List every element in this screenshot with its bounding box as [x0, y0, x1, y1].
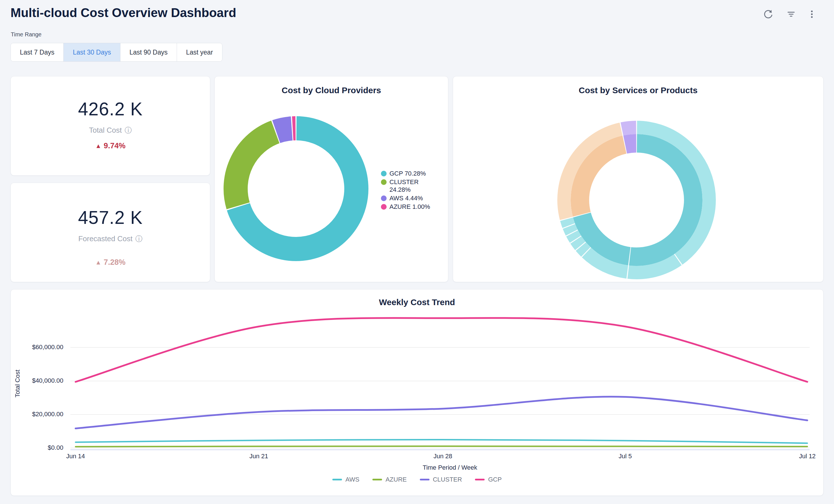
providers-legend: GCP 70.28% CLUSTER 24.28% AWS 4.44% AZUR… [381, 170, 435, 211]
sunburst-outer-services-segment-7[interactable] [567, 219, 569, 225]
trend-line-aws[interactable] [75, 439, 807, 443]
total-cost-label: Total Cost [89, 126, 122, 135]
gcp-legend-dot [381, 171, 387, 176]
weekly-cost-trend-card: Weekly Cost Trend $0.00 $20,000.00 $40,0… [10, 289, 824, 496]
gcp-line-swatch [475, 479, 485, 480]
azure-line-swatch [372, 479, 382, 480]
forecasted-cost-label: Forecasted Cost [79, 234, 133, 243]
kebab-menu-icon[interactable] [806, 8, 817, 20]
sunburst-inner-providers-segment-0[interactable] [630, 144, 694, 257]
services-sunburst-chart[interactable] [453, 76, 824, 282]
xtick-jul-5: Jul 5 [605, 453, 645, 460]
delta-up-icon: ▲ [95, 259, 102, 266]
page-title: Multi-cloud Cost Overview Dashboard [10, 6, 236, 20]
cost-by-services-card: Cost by Services or Products [453, 76, 824, 282]
sunburst-outer-services-segment-5[interactable] [572, 233, 575, 239]
donut-segment-aws[interactable] [276, 128, 292, 132]
info-icon[interactable]: ⓘ [125, 127, 132, 134]
sunburst-outer-services-segment-3[interactable] [581, 247, 586, 252]
refresh-icon[interactable] [763, 8, 774, 20]
time-range-segmented-control: Last 7 Days Last 30 Days Last 90 Days La… [10, 43, 222, 62]
trend-line-gcp[interactable] [75, 318, 807, 382]
legend-item-aws[interactable]: AWS 4.44% [381, 194, 435, 202]
trend-legend-azure[interactable]: AZURE [372, 476, 407, 483]
ytick-40000: $40,000.00 [15, 377, 63, 385]
filter-icon[interactable] [785, 8, 797, 20]
delta-up-icon: ▲ [95, 143, 102, 149]
info-icon[interactable]: ⓘ [135, 235, 142, 242]
dashboard-page: { "header": { "title": "Multi-cloud Cost… [0, 0, 834, 504]
azure-legend-dot [381, 204, 387, 210]
cost-by-cloud-providers-card: Cost by Cloud Providers GCP 70.28% CLUST… [215, 76, 448, 282]
aws-line-swatch [332, 479, 342, 480]
cluster-line-swatch [420, 479, 430, 480]
sunburst-outer-services-segment-9[interactable] [622, 128, 636, 129]
donut-segment-cluster[interactable] [236, 132, 276, 206]
ytick-20000: $20,000.00 [15, 411, 63, 418]
xtick-jun-28: Jun 28 [423, 453, 463, 460]
trend-legend-aws[interactable]: AWS [332, 476, 359, 483]
xtick-jul-12: Jul 12 [787, 453, 827, 460]
forecasted-cost-kpi-card: 457.2 K Forecasted Cost ⓘ ▲ 7.28% [10, 183, 210, 282]
aws-legend-dot [381, 195, 387, 201]
time-range-last-7-days[interactable]: Last 7 Days [11, 43, 64, 61]
total-cost-delta: 9.74% [104, 141, 126, 150]
forecasted-cost-delta: 7.28% [104, 258, 126, 267]
forecasted-cost-value: 457.2 K [78, 207, 143, 228]
total-cost-kpi-card: 426.2 K Total Cost ⓘ ▲ 9.74% [10, 76, 210, 176]
trend-legend-gcp[interactable]: GCP [475, 476, 502, 483]
cluster-legend-dot [381, 179, 387, 185]
trend-line-azure[interactable] [75, 446, 807, 447]
x-axis-title: Time Period / Week [413, 464, 487, 471]
total-cost-value: 426.2 K [78, 98, 143, 119]
ytick-60000: $60,000.00 [15, 344, 63, 351]
y-axis-title: Total Cost [14, 364, 21, 403]
legend-item-azure[interactable]: AZURE 1.00% [381, 203, 435, 211]
trend-legend-cluster[interactable]: CLUSTER [420, 476, 462, 483]
sunburst-inner-providers-segment-3[interactable] [625, 144, 636, 145]
sunburst-outer-services-segment-4[interactable] [576, 240, 580, 246]
xtick-jun-14: Jun 14 [56, 453, 95, 460]
trend-legend: AWS AZURE CLUSTER GCP [11, 476, 823, 483]
time-range-last-30-days[interactable]: Last 30 Days [64, 43, 120, 61]
time-range-label: Time Range [11, 31, 42, 38]
trend-line-cluster[interactable] [75, 397, 807, 429]
legend-item-gcp[interactable]: GCP 70.28% [381, 170, 435, 177]
legend-item-cluster[interactable]: CLUSTER 24.28% [381, 178, 435, 194]
ytick-0: $0.00 [15, 444, 63, 452]
time-range-last-year[interactable]: Last year [177, 43, 222, 61]
sunburst-outer-services-segment-6[interactable] [569, 226, 572, 233]
xtick-jun-21: Jun 21 [239, 453, 279, 460]
time-range-last-90-days[interactable]: Last 90 Days [120, 43, 177, 61]
